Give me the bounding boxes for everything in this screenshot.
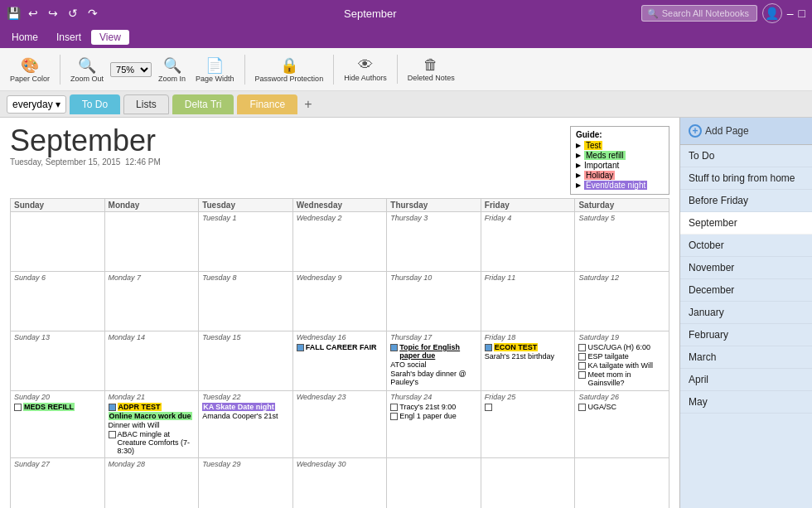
zoom-out-button[interactable]: 🔍 Zoom Out [67,55,107,85]
cell-w3-thu: Thursday 17 Topic for English paper due … [387,331,481,391]
toolbar-group-paper: 🎨 Paper Color [7,55,60,85]
tab-todo[interactable]: To Do [70,94,120,114]
header-left: September Tuesday, September 15, 2015 12… [10,126,161,167]
sidebar-page-january[interactable]: January [680,302,812,324]
event-text: ABAC mingle at Creature Comforts (7-8:30… [118,430,196,455]
event-fri25 [485,403,572,411]
menu-insert[interactable]: Insert [48,30,89,45]
checkbox-meds[interactable] [14,404,22,411]
checkbox-adpr[interactable] [109,404,116,411]
event-text: ADPR TEST [118,403,162,411]
search-bar[interactable]: 🔍 [641,5,757,22]
event-econ-test: ECON TEST [485,343,572,351]
checkbox-esp[interactable] [578,353,586,360]
day-header-sunday: Sunday [11,199,105,212]
checkbox-usc[interactable] [578,344,586,351]
zoom-select[interactable]: 75% 100% 125% [110,62,152,77]
sidebar-page-may[interactable]: May [680,391,812,414]
event-adpr-test: ADPR TEST [109,403,196,411]
guide-important: ▶ Important [576,161,664,170]
add-page-button[interactable]: + Add Page [680,118,812,145]
calendar-week-2: Sunday 6 Monday 7 Tuesday 8 Wednesday 9 … [11,272,669,331]
event-english-paper: Topic for English paper due [390,343,477,360]
sidebar-page-december[interactable]: December [680,279,812,302]
event-esp: ESP tailgate [578,352,665,360]
search-input[interactable] [662,8,753,18]
cell-w1-fri: Friday 4 [481,212,576,272]
event-text: ATO social [390,360,426,369]
forward-icon[interactable]: ↪ [46,7,60,20]
cell-w4-sun: Sunday 20 MEDS REFILL [11,391,105,458]
cell-w1-sat: Saturday 5 [575,212,669,272]
sidebar-page-october[interactable]: October [680,235,812,257]
cell-w3-tue: Tuesday 15 [199,331,293,391]
toolbar-group-zoom: 🔍 Zoom Out 75% 100% 125% 🔍 Zoom In 📄 Pag… [67,55,245,85]
checkbox-econ[interactable] [485,344,492,351]
minimize-icon[interactable]: – [787,7,794,20]
sidebar-page-february[interactable]: February [680,324,812,346]
menu-home[interactable]: Home [3,30,46,45]
page-width-icon: 📄 [205,56,224,75]
cell-w4-tue: Tuesday 22 KA Skate Date night Amanda Co… [199,391,293,458]
event-amanda: Amanda Cooper's 21st [202,412,289,420]
event-engl-paper: Engl 1 paper due [390,412,477,420]
menu-view[interactable]: View [91,30,129,45]
event-text: Topic for English paper due [399,343,477,360]
page-width-button[interactable]: 📄 Page Width [192,55,238,85]
checkbox-english[interactable] [390,344,398,351]
user-avatar[interactable]: 👤 [762,3,782,23]
toolbar: 🎨 Paper Color 🔍 Zoom Out 75% 100% 125% 🔍… [0,48,812,91]
checkbox-abac[interactable] [109,431,116,438]
cell-w2-sat: Saturday 12 [575,272,669,331]
guide-meds-label: Meds refill [584,151,626,160]
add-circle-icon: + [689,124,702,138]
checkbox-mom[interactable] [578,371,586,379]
undo-icon[interactable]: ↺ [66,7,80,20]
maximize-icon[interactable]: □ [799,7,805,20]
day-header-wednesday: Wednesday [293,199,388,212]
checkbox-tracy[interactable] [390,404,398,411]
main-area: September Tuesday, September 15, 2015 12… [0,118,812,508]
sidebar-page-stuff[interactable]: Stuff to bring from home [680,167,812,190]
cell-w1-thu: Thursday 3 [387,212,481,272]
checkbox-fall-career[interactable] [297,344,304,351]
sidebar-page-november[interactable]: November [680,257,812,279]
checkbox-ka[interactable] [578,362,586,370]
save-icon[interactable]: 💾 [7,7,20,20]
hide-authors-button[interactable]: 👁 Hide Authors [341,55,390,84]
title-bar-left: 💾 ↩ ↪ ↺ ↷ [7,7,99,20]
deleted-notes-button[interactable]: 🗑 Deleted Notes [404,55,458,84]
sidebar-page-september[interactable]: September [680,212,812,235]
password-protection-button[interactable]: 🔒 Password Protection [252,55,327,85]
event-text: KA tailgate with Will [587,361,653,370]
cell-w5-mon: Monday 28 [105,458,200,508]
event-dinner-will: Dinner with Will [109,421,196,429]
event-text: Meet mom in Gainsville? [587,370,665,387]
redo-icon[interactable]: ↷ [86,7,99,20]
zoom-control: 75% 100% 125% [110,62,152,77]
event-text: ECON TEST [494,343,539,351]
cell-w4-wed: Wednesday 23 [293,391,388,458]
notebook-name[interactable]: everyday ▾ [7,95,66,114]
guide-test: ▶ Test [576,141,664,150]
back-icon[interactable]: ↩ [27,7,40,20]
tab-lists[interactable]: Lists [123,94,169,114]
tab-finance[interactable]: Finance [237,94,297,114]
event-online-macro: Online Macro work due [109,412,196,420]
guide-important-label: Important [584,161,619,170]
checkbox-engl[interactable] [390,413,398,420]
checkbox-fri25[interactable] [485,404,492,411]
cell-w3-mon: Monday 14 [105,331,200,391]
cell-w3-fri: Friday 18 ECON TEST Sarah's 21st birthda… [481,331,576,391]
event-text: FALL CAREER FAIR [306,343,377,351]
cell-w2-thu: Thursday 10 [387,272,481,331]
tab-delta-tri[interactable]: Delta Tri [172,94,234,114]
sidebar-page-march[interactable]: March [680,346,812,369]
zoom-in-button[interactable]: 🔍 Zoom In [155,55,189,85]
checkbox-uga-sc[interactable] [578,404,586,411]
sidebar-page-before-friday[interactable]: Before Friday [680,190,812,212]
paper-color-button[interactable]: 🎨 Paper Color [7,55,53,85]
add-tab-button[interactable]: + [301,97,315,112]
sidebar-page-april[interactable]: April [680,369,812,391]
sidebar-page-todo[interactable]: To Do [680,145,812,167]
